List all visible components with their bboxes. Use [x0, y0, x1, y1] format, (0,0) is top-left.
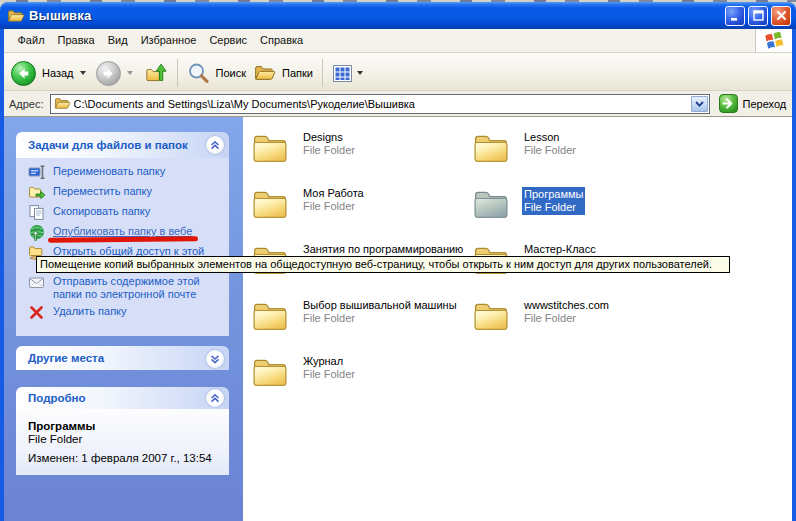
go-label: Переход	[743, 98, 787, 110]
forward-button[interactable]	[96, 61, 133, 86]
folder-type: File Folder	[524, 144, 576, 157]
up-button[interactable]	[141, 57, 172, 89]
email-icon	[28, 274, 46, 291]
back-label: Назад	[42, 67, 74, 79]
task-item-3[interactable]: Скопировать папку	[28, 204, 223, 221]
screen: Вышивка ФайлПравкаВидИзбранноеСервисСпра…	[0, 0, 796, 521]
collapse-chevron-button[interactable]	[206, 136, 224, 154]
menu-item-2[interactable]: Правка	[51, 30, 101, 51]
chevron-up-double-icon	[209, 392, 221, 404]
menu-item-3[interactable]: Вид	[101, 30, 134, 51]
window-title: Вышивка	[29, 8, 91, 24]
search-icon	[187, 62, 210, 85]
folder-type: File Folder	[524, 312, 609, 325]
address-text: C:\Documents and Settings\Liza\My Docume…	[74, 98, 415, 110]
file-tasks-header[interactable]: Задачи для файлов и папок	[16, 132, 229, 158]
folder-name: Журнал	[303, 355, 355, 368]
publish-web-icon	[28, 224, 46, 241]
rename-folder-icon	[28, 164, 46, 181]
folder-tile-text: Выбор вышивальной машиныFile Folder	[303, 299, 457, 325]
window-folder-icon	[7, 8, 25, 24]
folders-label: Папки	[282, 67, 313, 79]
maximize-icon	[752, 9, 765, 22]
folder-tile-text: Моя РаботаFile Folder	[303, 187, 364, 213]
folder-name: Моя Работа	[303, 187, 364, 200]
search-label: Поиск	[216, 67, 246, 79]
folder-type: File Folder	[524, 201, 583, 214]
menu-item-4[interactable]: Избранное	[134, 30, 203, 51]
task-item-7[interactable]: Удалить папку	[28, 304, 223, 321]
go-button[interactable]: Переход	[719, 94, 787, 113]
task-item-2[interactable]: Переместить папку	[28, 184, 223, 201]
maximize-button[interactable]	[748, 6, 768, 26]
folder-tile-text: wwwstitches.comFile Folder	[524, 299, 609, 325]
task-item-1[interactable]: Переименовать папку	[28, 164, 223, 181]
folder-tile-text: ПрограммыFile Folder	[522, 187, 585, 215]
folder-name: Программы	[524, 188, 583, 201]
task-item-label: Отправить содержимое этой папки по элект…	[53, 274, 216, 301]
other-places-header[interactable]: Другие места	[16, 346, 229, 370]
minimize-button[interactable]	[725, 6, 745, 26]
menubar-logo-box	[755, 29, 792, 52]
folder-tile-Выбор вышивальной машины[interactable]: Выбор вышивальной машиныFile Folder	[250, 296, 460, 340]
up-folder-icon	[145, 62, 168, 85]
minimize-icon	[729, 9, 742, 22]
folder-tile-Моя Работа[interactable]: Моя РаботаFile Folder	[250, 184, 460, 228]
toolbar-separator	[177, 59, 178, 87]
folder-icon	[471, 296, 511, 334]
address-label: Адрес:	[9, 98, 44, 110]
folder-name: Lesson	[524, 131, 576, 144]
folder-icon	[250, 184, 290, 222]
folder-selected-icon	[471, 184, 511, 222]
move-folder-icon	[28, 184, 46, 201]
close-button[interactable]	[771, 6, 791, 26]
address-bar: Адрес: C:\Documents and Settings\Liza\My…	[4, 91, 792, 117]
tooltip: Помещение копий выбранных элементов на о…	[36, 256, 730, 273]
forward-dropdown-caret	[127, 71, 133, 75]
expand-chevron-button[interactable]	[206, 350, 224, 368]
folder-tile-wwwstitches.com[interactable]: wwwstitches.comFile Folder	[471, 296, 681, 340]
title-bar: Вышивка	[0, 2, 796, 29]
chevron-down-double-icon	[209, 353, 221, 365]
details-collapse-chevron-button[interactable]	[206, 389, 224, 407]
details-header[interactable]: Подробно	[16, 387, 229, 409]
back-icon	[11, 61, 36, 86]
search-button[interactable]: Поиск	[183, 57, 250, 89]
close-icon	[775, 9, 788, 22]
details-title: Подробно	[28, 392, 86, 404]
details-panel: Подробно Программы File Folder Изменен: …	[16, 387, 229, 475]
window-controls	[725, 6, 791, 26]
views-button[interactable]	[328, 57, 367, 89]
task-item-label: Скопировать папку	[53, 204, 150, 221]
details-body: Программы File Folder Изменен: 1 февраля…	[16, 409, 229, 475]
menu-item-6[interactable]: Справка	[254, 30, 310, 51]
menu-item-5[interactable]: Сервис	[203, 30, 254, 51]
toolbar: Назад	[4, 53, 792, 91]
folder-tile-Программы[interactable]: ПрограммыFile Folder	[471, 184, 681, 228]
file-tasks-panel: Задачи для файлов и папок Переименовать …	[16, 132, 229, 336]
folder-name: Designs	[303, 131, 355, 144]
folder-tile-Lesson[interactable]: LessonFile Folder	[471, 128, 681, 172]
file-tasks-body: Переименовать папкуПереместить папкуСкоп…	[16, 158, 229, 336]
folder-tile-Designs[interactable]: DesignsFile Folder	[250, 128, 460, 172]
views-icon	[332, 63, 353, 84]
folder-name: wwwstitches.com	[524, 299, 609, 312]
address-folder-icon	[54, 96, 71, 111]
details-item-name: Программы	[28, 420, 217, 433]
folder-content-area[interactable]: DesignsFile FolderLessonFile FolderМоя Р…	[243, 117, 792, 521]
folder-tile-Журнал[interactable]: ЖурналFile Folder	[250, 352, 460, 396]
back-dropdown-caret[interactable]	[80, 71, 86, 75]
menu-item-1[interactable]: Файл	[11, 30, 51, 51]
folders-button[interactable]: Папки	[250, 57, 317, 89]
task-item-6[interactable]: Отправить содержимое этой папки по элект…	[28, 274, 223, 301]
windows-logo-icon	[763, 29, 786, 52]
folders-icon	[254, 63, 276, 83]
views-dropdown-caret[interactable]	[357, 71, 363, 75]
folder-icon	[471, 128, 511, 166]
file-tasks-title: Задачи для файлов и папок	[28, 139, 188, 151]
other-places-panel: Другие места	[16, 346, 229, 370]
back-button[interactable]: Назад	[4, 61, 86, 86]
address-input[interactable]: C:\Documents and Settings\Liza\My Docume…	[50, 94, 710, 114]
folder-name: Выбор вышивальной машины	[303, 299, 457, 312]
address-dropdown-button[interactable]	[691, 96, 708, 112]
